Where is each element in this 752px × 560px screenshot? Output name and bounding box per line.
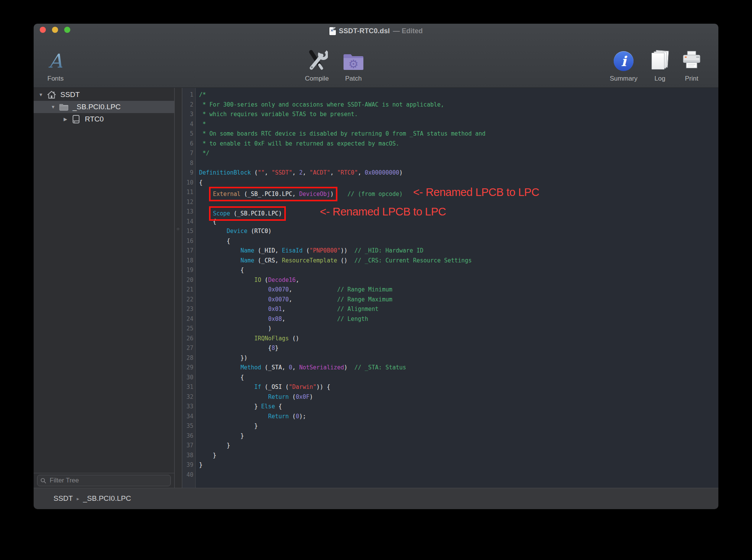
fonts-icon: A [49,48,62,71]
line-number: 23 [182,304,195,314]
code-line: { [199,217,718,227]
line-number: 22 [182,295,195,305]
summary-info-icon: i [614,48,634,71]
statusbar: SSDT ▸ _SB.PCI0.LPC [34,488,718,509]
code-line: * [199,120,718,129]
code-line: IO (Decode16, [199,275,718,285]
code-line: * to enable it 0xF will be returned as e… [199,139,718,149]
summary-button[interactable]: i Summary [606,48,641,83]
line-number: 3 [182,110,195,120]
code-line: * On some boards RTC device is disabled … [199,129,718,139]
line-number: 17 [182,246,195,256]
log-label: Log [655,75,665,83]
home-icon [47,90,57,99]
disclosure-triangle-icon[interactable]: ▼ [50,104,56,110]
line-number: 26 [182,334,195,344]
patch-button[interactable]: ⚙ Patch [342,48,365,83]
line-number: 1 [182,90,195,100]
line-number: 4 [182,120,195,129]
line-number: 20 [182,275,195,285]
breadcrumb-item-scope[interactable]: _SB.PCI0.LPC [83,494,131,503]
code-line: /* [199,90,718,100]
line-number: 8 [182,159,195,168]
tree-label: RTC0 [85,115,104,123]
line-number: 16 [182,236,195,246]
code-line: IRQNoFlags () [199,334,718,344]
tree-row-ssdt[interactable]: ▼ SSDT [34,89,174,101]
code-line: 0x0070, // Range Minimum [199,285,718,295]
compile-tools-icon [306,48,328,71]
line-number: 18 [182,256,195,266]
line-number: 27 [182,343,195,353]
code-line: Return (0x0F) [199,392,718,402]
line-number-gutter: 1234567891011121314151617181920212223242… [182,88,196,488]
line-number: 37 [182,441,195,451]
code-line: { [199,236,718,246]
print-label: Print [685,75,699,83]
device-icon [71,115,81,124]
code-editor[interactable]: /* * For 300-series only and occasions w… [196,88,718,488]
code-line: Device (RTC0) [199,227,718,236]
tree-row-rtc0[interactable]: ▶ RTC0 [34,113,174,125]
code-line: } [199,460,718,470]
line-number: 33 [182,402,195,412]
summary-label: Summary [610,75,638,83]
rename-annotation: <- Renamed LPCB to LPC [413,186,539,198]
code-line: { [199,373,718,383]
code-line: } [199,431,718,441]
line-number: 32 [182,392,195,402]
code-line: } Else { [199,402,718,412]
highlight-box: External (_SB_.PCI0.LPC, DeviceObj) [213,191,334,197]
tree-label: _SB.PCI0.LPC [73,103,121,111]
disclosure-triangle-icon[interactable]: ▶ [63,117,68,122]
log-button[interactable]: Log [650,48,670,83]
line-number: 11 [182,188,195,197]
print-button[interactable]: Print [680,48,703,83]
code-line: 0x0070, // Range Maximum [199,295,718,305]
filter-section [34,473,174,488]
line-number: 36 [182,431,195,441]
tree-label: SSDT [60,91,80,99]
tree-row-sb-pci0-lpc[interactable]: ▼ _SB.PCI0.LPC [34,101,174,113]
highlight-box: Scope (_SB.PCI0.LPC) [213,210,282,217]
window-title: SSDT-RTC0.dsl [339,27,390,35]
fonts-button[interactable]: A Fonts [47,48,64,83]
line-number: 39 [182,460,195,470]
code-line: } [199,441,718,451]
code-line: Name (_HID, EisaId ("PNP0B00")) // _HID:… [199,246,718,256]
line-number: 34 [182,412,195,422]
code-line: 0x08, // Length [199,314,718,324]
svg-text:⚙: ⚙ [348,57,359,71]
document-icon [329,27,336,35]
line-number: 5 [182,129,195,139]
breadcrumb-item-ssdt[interactable]: SSDT [53,494,73,503]
filter-tree-input[interactable] [49,476,167,485]
code-line: Scope (_SB.PCI0.LPC) <- Renamed LPCB to … [199,207,718,217]
window-title-edited: — Edited [393,27,423,35]
code-line: * For 300-series only and occasions wher… [199,100,718,110]
code-line: }) [199,353,718,363]
line-number: 10 [182,178,195,188]
code-line: */ [199,149,718,159]
code-line [199,470,718,480]
ssdt-tree: ▼ SSDT ▼ [34,88,174,473]
code-line: External (_SB_.PCI0.LPC, DeviceObj) // (… [199,188,718,197]
line-number: 31 [182,382,195,392]
line-number: 40 [182,470,195,480]
code-line: Name (_CRS, ResourceTemplate () // _CRS:… [199,256,718,266]
search-icon [41,478,46,484]
disclosure-triangle-icon[interactable]: ▼ [38,92,44,97]
pane-splitter[interactable] [175,88,182,488]
patch-label: Patch [345,75,361,83]
line-number: 13 [182,207,195,217]
line-number: 30 [182,373,195,383]
line-number: 12 [182,197,195,207]
code-line: { [199,265,718,275]
line-number: 38 [182,451,195,461]
window-header: SSDT-RTC0.dsl — Edited A Fonts Compile [34,24,718,88]
line-number: 14 [182,217,195,227]
compile-button[interactable]: Compile [305,48,329,83]
rename-annotation: <- Renamed LPCB to LPC [320,206,446,218]
compile-label: Compile [305,75,329,83]
line-number: 15 [182,227,195,236]
